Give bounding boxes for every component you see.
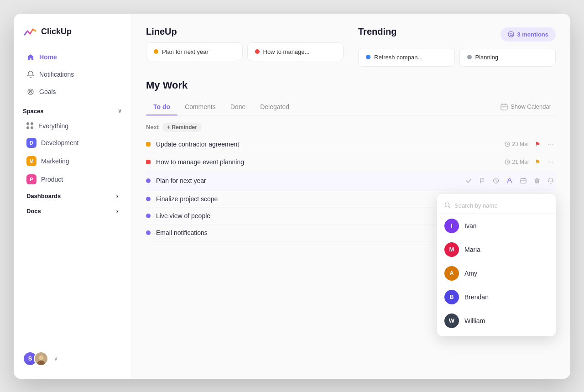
task-color-indicator (146, 142, 151, 146)
notify-action-icon[interactable] (546, 176, 556, 186)
task-meta: 21 Mar ⚑ ··· (505, 158, 556, 166)
nav-goals-label: Goals (39, 88, 56, 95)
dashboards-label: Dashboards (26, 193, 61, 199)
flag-red-icon: ⚑ (535, 141, 541, 148)
tab-todo[interactable]: To do (146, 99, 177, 115)
product-badge: P (26, 174, 36, 184)
space-development[interactable]: D Development (17, 134, 127, 152)
trending-title: Trending (358, 26, 396, 37)
svg-point-7 (510, 33, 512, 36)
assignee-name: Brendan (464, 293, 489, 301)
list-item[interactable]: A Amy (437, 261, 556, 285)
trending-card-refresh-label: Refresh compan... (374, 54, 422, 61)
space-product[interactable]: P Product (17, 171, 127, 188)
user-avatar-2 (34, 351, 48, 366)
planning-dot (467, 55, 472, 59)
dashboards-chevron-icon: › (116, 193, 118, 199)
plan-dot (154, 49, 158, 54)
task-name: Plan for next year (156, 177, 464, 184)
space-marketing[interactable]: M Marketing (17, 152, 127, 170)
trending-header: Trending 3 mentions (358, 26, 556, 42)
sidebar-footer[interactable]: S ∨ (14, 346, 131, 371)
assignee-name: Amy (464, 270, 477, 277)
table-row: Plan for next year (146, 171, 556, 191)
logo-icon (23, 25, 37, 39)
list-item[interactable]: W William (437, 309, 556, 333)
nav-goals[interactable]: Goals (17, 84, 127, 100)
everything-icon (26, 122, 34, 130)
mentions-label: 3 mentions (517, 31, 548, 38)
list-item[interactable]: B Brendan (437, 285, 556, 309)
check-action-icon[interactable] (464, 176, 474, 186)
marketing-badge: M (26, 156, 36, 166)
assignee-name: William (464, 317, 485, 324)
home-icon (26, 53, 35, 61)
assignee-dropdown: I Ivan M Maria A Amy B Brendan (437, 194, 556, 336)
tab-done[interactable]: Done (223, 99, 253, 115)
spaces-chevron-icon[interactable]: ∨ (118, 108, 122, 114)
nav-home-label: Home (39, 53, 57, 61)
svg-rect-13 (521, 178, 526, 183)
app-window: ClickUp Home Notifications Goals Spaces … (14, 14, 570, 379)
docs-chevron-icon: › (116, 208, 118, 214)
nav-notifications-label: Notifications (39, 71, 74, 78)
nav-notifications[interactable]: Notifications (17, 66, 127, 83)
refresh-dot (366, 55, 370, 59)
logo-area: ClickUp (14, 25, 131, 48)
my-work-title: My Work (146, 79, 556, 91)
lineup-section: LineUp Plan for next year How to manage.… (146, 26, 344, 61)
app-name: ClickUp (41, 27, 72, 37)
avatar: B (444, 290, 459, 304)
assign-action-icon[interactable] (505, 176, 515, 186)
avatar: A (444, 266, 459, 281)
avatar: I (444, 219, 459, 233)
lineup-card-plan-label: Plan for next year (162, 48, 209, 55)
task-date: 23 Mar (505, 141, 529, 147)
trending-card-planning[interactable]: Planning (459, 48, 556, 67)
show-calendar-button[interactable]: Show Calendar (496, 100, 556, 113)
table-row: How to manage event planning 21 Mar ⚑ ··… (146, 153, 556, 171)
lineup-card-how[interactable]: How to manage... (247, 42, 344, 61)
table-row: Update contractor agreement 23 Mar ⚑ ··· (146, 136, 556, 153)
footer-chevron-icon: ∨ (54, 355, 58, 362)
tab-delegated[interactable]: Delegated (253, 99, 297, 115)
avatar-stack: S (23, 351, 48, 366)
task-color-indicator (146, 197, 151, 201)
space-everything-label: Everything (38, 122, 68, 130)
reminder-badge[interactable]: + Reminder (162, 123, 202, 132)
space-everything[interactable]: Everything (17, 119, 127, 133)
avatar: M (444, 242, 459, 257)
calendar-action-icon[interactable] (518, 176, 528, 186)
bell-icon (26, 70, 35, 78)
docs-section[interactable]: Docs › (17, 204, 127, 218)
trending-card-refresh[interactable]: Refresh compan... (358, 48, 455, 67)
lineup-card-how-label: How to manage... (263, 48, 310, 55)
trending-cards: Refresh compan... Planning (358, 48, 556, 67)
goals-icon (26, 88, 35, 96)
list-item[interactable]: M Maria (437, 238, 556, 261)
dashboards-section[interactable]: Dashboards › (17, 189, 127, 203)
svg-point-4 (39, 355, 43, 360)
flag-yellow-icon: ⚑ (535, 158, 541, 166)
list-item[interactable]: I Ivan (437, 214, 556, 238)
clock-action-icon[interactable] (491, 176, 501, 186)
task-meta: 23 Mar ⚑ ··· (505, 140, 556, 148)
task-color-indicator (146, 214, 151, 218)
flag-action-icon[interactable] (477, 176, 487, 186)
delete-action-icon[interactable] (532, 176, 542, 186)
sidebar: ClickUp Home Notifications Goals Spaces … (14, 14, 131, 379)
task-more-button[interactable]: ··· (546, 140, 556, 148)
lineup-card-plan[interactable]: Plan for next year (146, 42, 243, 61)
tab-comments[interactable]: Comments (177, 99, 223, 115)
nav-home[interactable]: Home (17, 49, 127, 65)
trending-section: Trending 3 mentions Refresh compan... Pl… (358, 26, 556, 67)
search-input[interactable] (454, 202, 548, 209)
task-more-button[interactable]: ··· (546, 158, 556, 166)
svg-point-14 (445, 203, 449, 207)
space-marketing-label: Marketing (41, 157, 69, 165)
space-product-label: Product (41, 176, 63, 183)
assignee-name: Ivan (464, 222, 476, 230)
mentions-button[interactable]: 3 mentions (501, 27, 556, 42)
calendar-icon (501, 103, 508, 110)
svg-point-2 (30, 91, 31, 92)
